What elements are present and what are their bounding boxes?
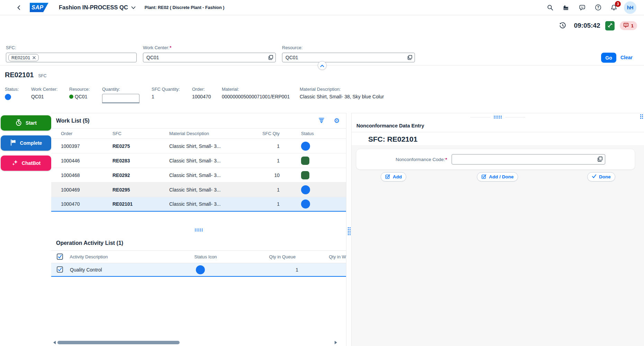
cell-sfc: RE0283: [112, 158, 169, 163]
divider: [505, 117, 525, 117]
nonconformance-code-card: Nonconformance Code:*: [356, 149, 635, 169]
column-header-material-description[interactable]: Material Description: [169, 131, 254, 136]
content-panels: Work List (5) ⚙ Order SFC Material Descr…: [51, 113, 644, 346]
attr-material-description: Material Description: Classic Shirt, Sma…: [300, 87, 384, 103]
nonconformance-panel: Nonconformance Data Entry SFC: RE02101 N…: [352, 113, 644, 346]
work-list-toolbar: Work List (5) ⚙: [51, 113, 346, 128]
cell-material-description: Classic Shirt, Small- 3...: [169, 187, 254, 193]
checkbox-check-icon: [385, 174, 390, 180]
work-list-panel: Work List (5) ⚙ Order SFC Material Descr…: [51, 113, 346, 346]
column-header-qty-in-work[interactable]: Qty in W: [329, 254, 346, 259]
attr-material: Material: 000000005000071001/ERP001: [222, 87, 300, 103]
horizontal-scrollbar[interactable]: [51, 340, 346, 345]
status-in-work-icon: [301, 185, 310, 194]
status-in-work-icon: [301, 142, 310, 151]
sfc-input[interactable]: RE02101: [6, 53, 137, 62]
column-header-order[interactable]: Order: [61, 131, 112, 136]
chatbot-button-label: ChatBot: [22, 160, 40, 166]
clear-button[interactable]: Clear: [620, 55, 633, 60]
complete-button[interactable]: Complete: [1, 135, 51, 151]
work-center-value: QC01: [31, 94, 69, 99]
drag-handle-icon: [494, 116, 502, 118]
table-settings-button[interactable]: ⚙: [332, 116, 341, 125]
horizontal-splitter[interactable]: [51, 228, 346, 232]
resource-label: Resource:: [69, 87, 102, 92]
go-button[interactable]: Go: [601, 53, 616, 63]
drag-handle-icon: [195, 229, 203, 231]
column-header-sfc-qty[interactable]: SFC Qty: [254, 131, 280, 136]
start-button[interactable]: Start: [1, 115, 51, 131]
status-label: Status:: [5, 87, 31, 92]
checkbox-check-icon: [481, 174, 487, 180]
object-header: RE02101 SFC: [5, 71, 46, 79]
work-center-input[interactable]: [143, 53, 276, 62]
add-done-button-label: Add / Done: [489, 174, 514, 179]
sfc-quantity-value: 1: [152, 94, 192, 99]
column-header-status-icon[interactable]: Status Icon: [194, 254, 263, 259]
table-row-selected[interactable]: 1000470 RE02101 Classic Shirt, Small- 3.…: [51, 197, 346, 212]
operation-activity-row-selected[interactable]: Quality Control 1: [51, 263, 346, 277]
quantity-input[interactable]: [102, 94, 139, 103]
table-row[interactable]: 1000469 RE0295 Classic Shirt, Small- 3..…: [51, 183, 346, 197]
column-header-status[interactable]: Status: [301, 131, 314, 136]
status-in-work-icon: [301, 199, 310, 209]
quantity-label: Quantity:: [102, 87, 152, 92]
done-button[interactable]: Done: [587, 172, 615, 181]
right-edge-resize-handle[interactable]: [640, 114, 643, 119]
attr-work-center: Work Center: QC01: [31, 87, 69, 103]
material-label: Material:: [222, 87, 300, 92]
chatbot-button[interactable]: ChatBot: [1, 156, 51, 171]
work-list-header-row: Order SFC Material Description SFC Qty S…: [51, 128, 346, 139]
resource-input[interactable]: [282, 53, 415, 62]
sfc-number-title: RE02101: [5, 71, 34, 79]
column-header-qty-in-queue[interactable]: Qty in Queue: [263, 254, 296, 259]
resource-status-icon: [69, 95, 73, 99]
cell-order: 1000446: [61, 158, 112, 163]
value-help-icon[interactable]: [597, 156, 603, 163]
cell-qty-in-queue: 1: [265, 267, 298, 273]
cell-sfc-qty: 1: [254, 187, 280, 193]
scroll-left-arrow-icon[interactable]: [53, 341, 56, 344]
action-rail: Start Complete ChatBot: [1, 115, 51, 176]
attr-quantity: Quantity:: [102, 87, 152, 103]
panel-resize-handle[interactable]: [352, 113, 644, 121]
work-center-field: Work Center:*: [143, 45, 276, 62]
gear-icon: ⚙: [334, 117, 339, 124]
select-all-checkbox[interactable]: [57, 254, 63, 260]
vertical-splitter[interactable]: [346, 113, 352, 346]
cell-material-description: Classic Shirt, Small- 3...: [169, 158, 254, 163]
collapse-filter-button[interactable]: [318, 61, 327, 70]
work-list-title: Work List (5): [56, 118, 90, 124]
token-remove-icon[interactable]: [33, 55, 36, 60]
chevron-up-icon: [320, 63, 324, 68]
drag-handle-icon: [348, 227, 351, 235]
table-row[interactable]: 1000446 RE0283 Classic Shirt, Small- 3..…: [51, 153, 346, 168]
sfc-attributes: Status: Work Center: QC01 Resource: QC01…: [5, 87, 644, 103]
nonconformance-code-input[interactable]: [452, 154, 605, 165]
sfc-field: SFC: RE02101: [6, 45, 137, 62]
add-button[interactable]: Add: [381, 172, 406, 181]
work-list-table: Order SFC Material Description SFC Qty S…: [51, 128, 346, 212]
table-row[interactable]: 1000397 RE0275 Classic Shirt, Small- 3..…: [51, 139, 346, 153]
column-header-sfc[interactable]: SFC: [112, 131, 169, 136]
scrollbar-thumb[interactable]: [57, 341, 180, 344]
material-description-label: Material Description:: [300, 87, 384, 92]
nonconformance-form-area: Nonconformance Code:* Add Add / Done: [352, 145, 644, 346]
filter-sort-button[interactable]: [317, 116, 326, 125]
value-help-icon[interactable]: [407, 55, 412, 62]
cell-sfc: RE02101: [112, 201, 169, 207]
table-row[interactable]: 1000468 RE0292 Classic Shirt, Small- 3..…: [51, 168, 346, 183]
add-done-button[interactable]: Add / Done: [477, 172, 518, 181]
operation-activity-list-title: Operation Activity List (1): [51, 235, 346, 250]
required-indicator: *: [445, 157, 447, 162]
row-checkbox[interactable]: [57, 266, 63, 273]
scroll-right-arrow-icon[interactable]: [335, 341, 337, 344]
column-header-activity-description[interactable]: Activity Description: [70, 254, 194, 259]
value-help-icon[interactable]: [268, 55, 273, 62]
complete-button-label: Complete: [20, 140, 42, 146]
status-in-work-icon: [196, 265, 205, 274]
sfc-label: SFC:: [6, 45, 137, 50]
cell-order: 1000470: [61, 201, 112, 207]
check-icon: [592, 174, 597, 180]
cell-sfc-qty: 1: [254, 201, 280, 207]
